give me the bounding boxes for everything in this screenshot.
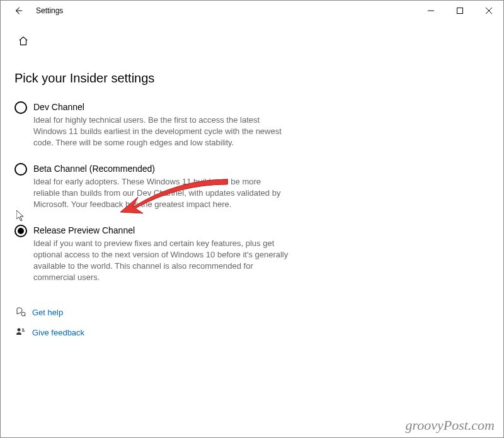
link-label: Get help [32, 308, 63, 317]
titlebar: Settings [1, 1, 503, 21]
option-title: Beta Channel (Recommended) [33, 162, 289, 175]
minimize-button[interactable] [416, 1, 445, 21]
radio-icon [14, 225, 27, 237]
home-button[interactable] [14, 32, 32, 50]
content: Pick your Insider settings Dev Channel I… [1, 50, 303, 283]
option-body: Release Preview Channel Ideal if you wan… [33, 224, 289, 283]
arrow-left-icon [14, 6, 23, 15]
option-dev-channel[interactable]: Dev Channel Ideal for highly technical u… [14, 101, 289, 149]
close-icon [486, 8, 492, 14]
maximize-button[interactable] [445, 1, 474, 21]
option-desc: Ideal for highly technical users. Be the… [33, 115, 289, 149]
maximize-icon [457, 8, 463, 14]
svg-rect-0 [457, 8, 463, 14]
link-label: Give feedback [32, 328, 84, 337]
option-release-preview-channel[interactable]: Release Preview Channel Ideal if you wan… [14, 224, 289, 283]
home-icon [18, 35, 29, 47]
minimize-icon [428, 8, 434, 14]
option-body: Beta Channel (Recommended) Ideal for ear… [33, 162, 289, 210]
back-button[interactable] [8, 1, 28, 21]
window-controls [416, 1, 503, 21]
page-title: Pick your Insider settings [14, 71, 289, 86]
svg-point-2 [18, 328, 21, 332]
give-feedback-link[interactable]: Give feedback [14, 322, 490, 342]
close-button[interactable] [474, 1, 503, 21]
radio-icon [14, 101, 27, 114]
radio-icon [14, 163, 27, 176]
option-title: Dev Channel [33, 101, 289, 113]
option-beta-channel[interactable]: Beta Channel (Recommended) Ideal for ear… [14, 162, 289, 210]
window-title: Settings [36, 6, 63, 15]
get-help-link[interactable]: Get help [14, 302, 490, 322]
option-desc: Ideal for early adopters. These Windows … [33, 176, 289, 210]
option-title: Release Preview Channel [33, 224, 289, 237]
home-row [1, 21, 503, 50]
option-desc: Ideal if you want to preview fixes and c… [33, 238, 289, 283]
watermark: groovyPost.com [405, 417, 495, 434]
help-icon [14, 306, 27, 318]
help-links: Get help Give feedback [1, 297, 503, 342]
option-body: Dev Channel Ideal for highly technical u… [33, 101, 289, 149]
feedback-icon [14, 326, 27, 339]
